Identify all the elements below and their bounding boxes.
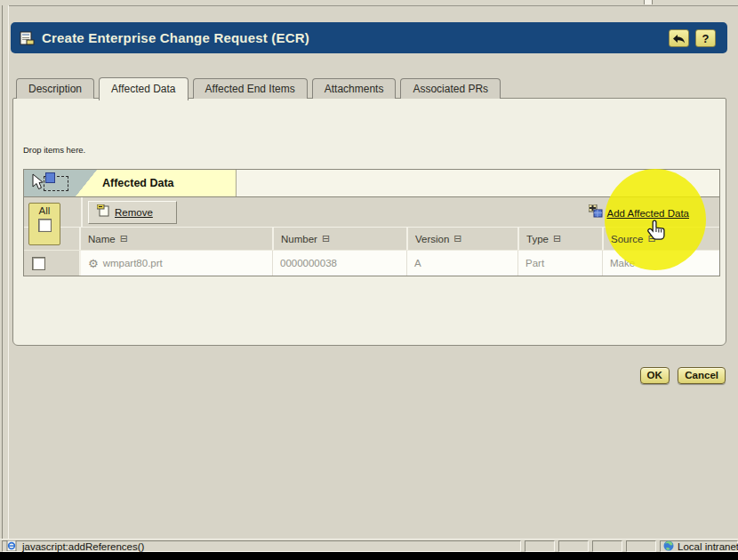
drop-bar-diagonal [76,170,97,196]
dialog-actions: OK Cancel [0,366,726,384]
status-segment [525,540,555,552]
select-all-label: All [39,205,51,216]
security-zone-segment: Local intranet [660,540,738,552]
remove-button[interactable]: Remove [88,201,177,224]
collapse-column-icon[interactable]: ⊟ [553,233,561,244]
scrollbar-remnant [644,0,653,4]
table-header-row: Name ⊟ Number ⊟ Version ⊟ Type ⊟ Source [24,228,719,251]
tab-description[interactable]: Description [16,78,94,99]
window-border-left [0,5,9,539]
status-text: javascript:addReferences() [22,541,144,552]
drop-target-cell[interactable] [24,170,76,196]
table-row: ⚙ wmpart80.prt 0000000038 A Part Make [24,251,719,276]
hand-cursor-icon [646,220,668,248]
status-segment [626,540,656,552]
drop-hint-text: Drop items here. [23,145,85,155]
drop-blue-piece-icon [45,172,55,183]
add-affected-data-label: Add Affected Data [607,208,690,219]
part-gear-icon: ⚙ [88,258,99,269]
add-table-icon [589,204,603,221]
affected-data-panel: Drop items here. Affected Data [12,98,726,346]
column-header-name: Name ⊟ [81,228,272,250]
dialog-title: Create Enterprise Change Request (ECR) [42,30,309,45]
status-segment [592,540,622,552]
window-border-top [0,0,738,6]
collapse-column-icon[interactable]: ⊟ [120,233,128,244]
cell-name: ⚙ wmpart80.prt [81,251,272,276]
status-message-segment: javascript:addReferences() [2,540,521,552]
cell-type: Part [517,251,602,276]
form-document-icon [20,31,35,45]
column-header-type: Type ⊟ [517,228,602,250]
cell-number: 0000000038 [272,251,406,276]
select-all-control[interactable]: All [28,203,60,245]
select-all-checkbox[interactable] [38,219,52,232]
cell-version: A [406,251,517,276]
back-button[interactable] [669,29,689,47]
remove-button-label: Remove [115,207,153,218]
tab-bar: Description Affected Data Affected End I… [16,78,501,100]
collapse-column-icon[interactable]: ⊟ [322,233,330,244]
security-zone-label: Local intranet [678,541,738,552]
dialog-titlebar: Create Enterprise Change Request (ECR) ? [11,22,727,53]
tab-attachments[interactable]: Attachments [312,78,397,99]
tab-affected-data[interactable]: Affected Data [99,77,189,100]
add-affected-data-link[interactable]: Add Affected Data [589,204,690,221]
column-header-version: Version ⊟ [406,228,517,250]
ecr-dialog-window: Create Enterprise Change Request (ECR) ?… [0,0,738,560]
drop-cursor-arrow-icon [31,173,45,196]
row-checkbox[interactable] [32,257,45,270]
ok-button[interactable]: OK [640,367,670,384]
back-arrow-icon [672,33,686,44]
table-title: Affected Data [97,170,237,196]
help-icon: ? [702,32,710,45]
column-header-number: Number ⊟ [272,228,406,250]
bottom-black-bar [0,552,738,560]
help-button[interactable]: ? [695,29,716,47]
tab-associated-prs[interactable]: Associated PRs [400,78,501,99]
collapse-column-icon[interactable]: ⊟ [453,233,461,244]
cancel-button[interactable]: Cancel [678,367,726,384]
tab-affected-end-items[interactable]: Affected End Items [193,78,308,99]
remove-document-icon [97,204,109,220]
status-segment [558,540,589,552]
